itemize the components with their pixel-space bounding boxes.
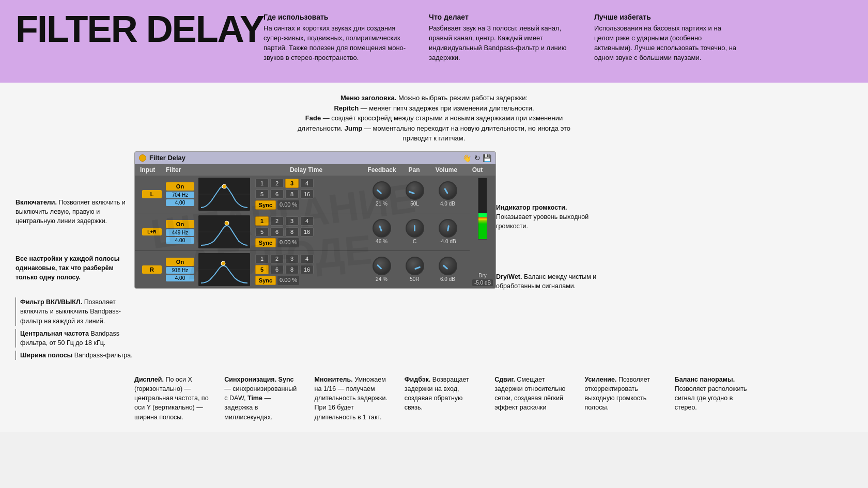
ch2-pan-knob[interactable] (406, 219, 424, 238)
ch1-display (198, 178, 250, 211)
menu-desc-fade: Fade (305, 114, 321, 122)
ch3-dt-8[interactable]: 8 (285, 265, 299, 274)
channel-strip-2: L+R On 449 Hz 4.00 (135, 213, 470, 251)
header-filter: Filter (166, 166, 197, 174)
bottom-annotations: Дисплей. По оси X (горизонтально) — цент… (134, 367, 749, 422)
header-volume: Volume (428, 166, 464, 174)
ch3-dt-3[interactable]: 3 (285, 254, 299, 263)
ch3-display (198, 253, 250, 286)
ch3-filter-bw[interactable]: 4.00 (166, 275, 194, 281)
ch1-dt-3[interactable]: 3 (285, 179, 299, 188)
ch1-volume-knob[interactable] (439, 181, 457, 200)
ch1-pan-knob[interactable] (406, 181, 424, 200)
ch1-feedback: 21 % (365, 181, 398, 207)
ch1-dt-8[interactable]: 8 (285, 190, 299, 199)
ch1-feedback-knob[interactable] (373, 181, 391, 200)
ch2-dt-3[interactable]: 3 (285, 216, 299, 226)
ch2-pan-knob-wrap: C (406, 219, 424, 244)
ch1-dt-row1: 1 2 3 4 (255, 179, 363, 188)
plugin-layout: Включатели. Позволяет включить и выключи… (16, 151, 853, 368)
plugin-title-text: Filter Delay (149, 154, 459, 162)
ch2-filter-freq[interactable]: 449 Hz (166, 229, 194, 236)
ch1-dt-6[interactable]: 6 (270, 190, 284, 199)
ch2-input-button[interactable]: L+R (142, 228, 162, 235)
info-heading-2: Что делает (429, 13, 574, 21)
plugin-power-dot[interactable] (139, 154, 146, 162)
ch3-feedback-knob[interactable] (373, 257, 391, 275)
ch3-dt-6[interactable]: 6 (270, 265, 284, 274)
ann-settings: Все настройки у каждой полосы одинаковые… (16, 254, 134, 282)
header-out: Out (464, 166, 490, 174)
drywet-value[interactable]: -5.0 dB (472, 279, 493, 286)
ch2-dt-4[interactable]: 4 (300, 216, 314, 226)
ch2-filter-on-button[interactable]: On (166, 220, 194, 228)
ch2-feedback-knob[interactable] (373, 219, 391, 238)
ch3-filter: On 918 Hz 4.00 (166, 258, 194, 281)
ch2-volume-knob[interactable] (439, 219, 457, 238)
ch3-dt-sync[interactable]: Sync (255, 276, 276, 285)
ch3-filter-on-button[interactable]: On (166, 258, 194, 266)
ch3-pan-knob[interactable] (406, 257, 424, 275)
ann-switches: Включатели. Позволяет включить и выключи… (16, 198, 134, 226)
ch2-dt-16[interactable]: 16 (300, 227, 314, 237)
ch2-filter-bw[interactable]: 4.00 (166, 237, 194, 244)
ch1-filter-freq[interactable]: 704 Hz (166, 192, 194, 198)
ch2-feedback-label: 46 % (376, 239, 388, 244)
ch3-dt-5[interactable]: 5 (255, 265, 269, 274)
ann-center-freq: Центральная частота Bandpass фильтра, от… (16, 329, 134, 348)
ch2-dt-2[interactable]: 2 (270, 216, 284, 226)
ch1-delaytime: 1 2 3 4 5 6 8 16 (255, 179, 363, 210)
info-heading-3: Лучше избегать (594, 13, 739, 21)
right-annotations: Индикатор громкости. Показывает уровень … (496, 151, 599, 298)
ch3-dt-4[interactable]: 4 (300, 254, 314, 263)
ch1-dt-sync[interactable]: Sync (255, 200, 276, 210)
ch3-volume-knob[interactable] (439, 257, 457, 275)
ch3-dt-16[interactable]: 16 (300, 265, 314, 274)
plugin-refresh-icon[interactable]: ↻ (474, 154, 481, 162)
ch1-dt-4[interactable]: 4 (300, 179, 314, 188)
ch2-display-svg (198, 215, 250, 248)
plugin-container: Filter Delay 👋 ↻ 💾 Input Filter Delay Ti… (134, 151, 496, 289)
ch2-dt-sync[interactable]: Sync (255, 238, 276, 247)
plugin-titlebar: Filter Delay 👋 ↻ 💾 (135, 152, 495, 164)
ch2-dt-5[interactable]: 5 (255, 227, 269, 237)
main-title: FILTER DELAY (16, 10, 264, 48)
ch3-display-svg (198, 253, 250, 286)
ch3-volume-label: 6.0 dB (440, 276, 455, 282)
info-heading-1: Где использовать (264, 13, 408, 21)
ch1-dt-16[interactable]: 16 (300, 190, 314, 199)
ch1-pan: 50L (400, 181, 429, 207)
header-info: Где использовать На синтах и коротких зв… (264, 10, 853, 62)
ch1-input-button[interactable]: L (142, 190, 162, 198)
ch1-filter-on-button[interactable]: On (166, 182, 194, 191)
ch1-volume-label: 4.0 dB (440, 201, 455, 207)
ch1-dt-1[interactable]: 1 (255, 179, 269, 188)
ch1-pan-knob-wrap: 50L (406, 181, 424, 207)
ch3-dt-2[interactable]: 2 (270, 254, 284, 263)
ch3-filter-freq[interactable]: 918 Hz (166, 267, 194, 274)
ba-panorama: Баланс панорамы. Позволяет расположить с… (675, 375, 749, 422)
ch1-dt-5[interactable]: 5 (255, 190, 269, 199)
ch2-dt-1[interactable]: 1 (255, 216, 269, 226)
ch2-dt-6[interactable]: 6 (270, 227, 284, 237)
ch3-volume: 6.0 dB (431, 257, 464, 282)
plugin-save-icon[interactable]: 💾 (483, 154, 491, 162)
ba-display: Дисплей. По оси X (горизонтально) — цент… (134, 375, 209, 422)
header-delaytime: Delay Time (249, 166, 364, 174)
ch1-feedback-knob-wrap: 21 % (373, 181, 391, 207)
ch1-volume-knob-wrap: 4.0 dB (439, 181, 457, 207)
ch3-pan-knob-wrap: 50R (406, 257, 424, 282)
ch2-pan: C (400, 219, 429, 244)
ba-pan-shift: Сдвиг. Смещает задержки относительно сет… (494, 375, 569, 422)
ch1-dt-2[interactable]: 2 (270, 179, 284, 188)
ch3-delaytime: 1 2 3 4 5 6 8 16 (255, 254, 363, 285)
plugin-strips: L On 704 Hz 4.00 (135, 176, 470, 288)
ch2-dt-8[interactable]: 8 (285, 227, 299, 237)
ch2-volume-label: -4.0 dB (439, 239, 456, 244)
info-col-3: Лучше избегать Использования на басовых … (594, 13, 739, 62)
ch1-display-svg (198, 178, 250, 211)
ch3-input-button[interactable]: R (142, 265, 162, 274)
ann-drywet: Dry/Wet. Баланс между чистым и обработан… (496, 272, 599, 291)
ch3-dt-1[interactable]: 1 (255, 254, 269, 263)
ch1-filter-bw[interactable]: 4.00 (166, 199, 194, 206)
